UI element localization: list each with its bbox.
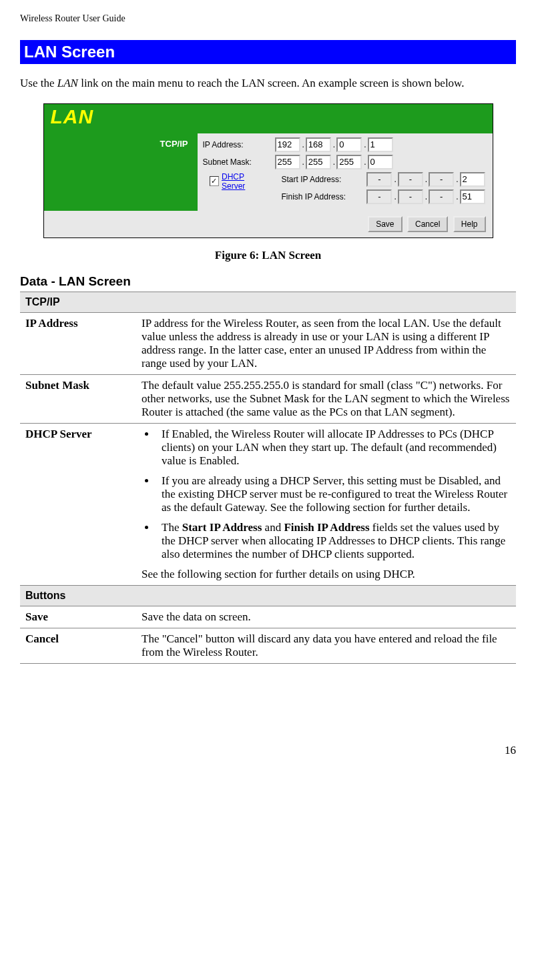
save-row-label: Save bbox=[20, 606, 136, 628]
dhcp-server-link[interactable]: DHCP Server bbox=[222, 172, 268, 191]
subnet-mask-label: Subnet Mask: bbox=[203, 157, 275, 167]
screenshot-sidebar-label: TCP/IP bbox=[44, 133, 198, 149]
intro-paragraph: Use the LAN link on the main menu to rea… bbox=[20, 76, 516, 91]
table-row: Subnet Mask The default value 255.255.25… bbox=[20, 374, 516, 423]
finish-ip-label: Finish IP Address: bbox=[281, 192, 366, 201]
intro-text-suffix: link on the main menu to reach the LAN s… bbox=[78, 77, 465, 89]
start-ip-octet-3: - bbox=[429, 172, 454, 187]
table-row: DHCP Server If Enabled, the Wireless Rou… bbox=[20, 423, 516, 585]
intro-text-emphasis: LAN bbox=[57, 77, 78, 89]
data-section-heading: Data - LAN Screen bbox=[20, 274, 516, 289]
page-number: 16 bbox=[20, 744, 516, 757]
screenshot-save-button[interactable]: Save bbox=[368, 216, 402, 232]
dhcp-server-row-label: DHCP Server bbox=[20, 423, 136, 585]
start-ip-octet-2: - bbox=[398, 172, 423, 187]
lan-screenshot: LAN TCP/IP IP Address: 192. 168. 0. 1 Su… bbox=[43, 103, 493, 238]
screenshot-cancel-button[interactable]: Cancel bbox=[407, 216, 448, 232]
document-header: Wireless Router User Guide bbox=[20, 13, 516, 24]
figure-caption: Figure 6: LAN Screen bbox=[20, 249, 516, 262]
ip-address-label: IP Address: bbox=[203, 140, 275, 149]
cancel-row-label: Cancel bbox=[20, 628, 136, 663]
ip-address-octet-1[interactable]: 192 bbox=[275, 137, 300, 152]
subnet-mask-octet-3[interactable]: 255 bbox=[336, 155, 362, 169]
start-ip-octet-1: - bbox=[366, 172, 392, 187]
ip-address-octet-3[interactable]: 0 bbox=[336, 137, 362, 152]
intro-text-prefix: Use the bbox=[20, 77, 57, 89]
dhcp-bullet-1: If Enabled, the Wireless Router will all… bbox=[156, 428, 511, 468]
start-ip-octet-4[interactable]: 2 bbox=[460, 172, 485, 187]
ip-address-octet-2[interactable]: 168 bbox=[306, 137, 331, 152]
subnet-mask-octet-1[interactable]: 255 bbox=[275, 155, 300, 169]
subnet-mask-row-label: Subnet Mask bbox=[20, 374, 136, 423]
ip-address-octet-4[interactable]: 1 bbox=[368, 137, 393, 152]
ip-address-row-desc: IP address for the Wireless Router, as s… bbox=[136, 312, 516, 374]
start-ip-label: Start IP Address: bbox=[281, 175, 366, 184]
finish-ip-octet-1: - bbox=[366, 189, 392, 204]
finish-ip-octet-2: - bbox=[398, 189, 423, 204]
subnet-mask-octet-4[interactable]: 0 bbox=[368, 155, 393, 169]
screenshot-help-button[interactable]: Help bbox=[453, 216, 486, 232]
save-row-desc: Save the data on screen. bbox=[136, 606, 516, 628]
dhcp-bullet-2: If you are already using a DHCP Server, … bbox=[156, 474, 511, 514]
screenshot-title: LAN bbox=[44, 104, 493, 133]
buttons-section-header: Buttons bbox=[20, 585, 516, 606]
table-row: Save Save the data on screen. bbox=[20, 606, 516, 628]
finish-ip-octet-4[interactable]: 51 bbox=[460, 189, 485, 204]
table-row: IP Address IP address for the Wireless R… bbox=[20, 312, 516, 374]
data-table: TCP/IP IP Address IP address for the Wir… bbox=[20, 292, 516, 664]
subnet-mask-row-desc: The default value 255.255.255.0 is stand… bbox=[136, 374, 516, 423]
dhcp-footer-text: See the following section for further de… bbox=[142, 568, 511, 581]
dhcp-server-row-desc: If Enabled, the Wireless Router will all… bbox=[136, 423, 516, 585]
tcpip-section-header: TCP/IP bbox=[20, 292, 516, 312]
dhcp-server-checkbox[interactable]: ✓ bbox=[210, 176, 219, 186]
finish-ip-octet-3: - bbox=[429, 189, 454, 204]
subnet-mask-octet-2[interactable]: 255 bbox=[306, 155, 331, 169]
cancel-row-desc: The "Cancel" button will discard any dat… bbox=[136, 628, 516, 663]
table-row: Cancel The "Cancel" button will discard … bbox=[20, 628, 516, 663]
section-heading: LAN Screen bbox=[20, 40, 516, 64]
dhcp-bullet-3: The Start IP Address and Finish IP Addre… bbox=[156, 521, 511, 561]
ip-address-row-label: IP Address bbox=[20, 312, 136, 374]
